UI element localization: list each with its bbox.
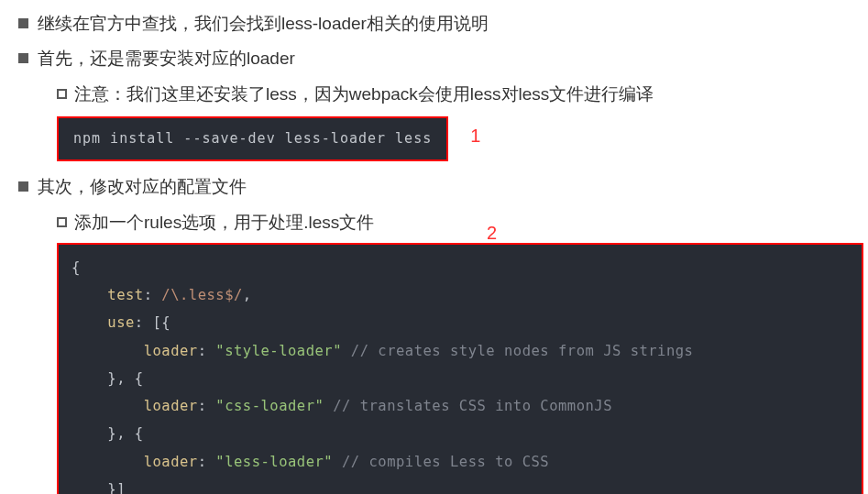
code-token: "style-loader" bbox=[215, 343, 342, 359]
bullet-item-2: 首先，还是需要安装对应的loader bbox=[18, 44, 850, 73]
code-token: }, { bbox=[107, 425, 143, 442]
bullet-text-1: 继续在官方中查找，我们会找到less-loader相关的使用说明 bbox=[38, 9, 489, 38]
code-token: "less-loader" bbox=[215, 454, 333, 470]
code-token: : bbox=[135, 314, 144, 331]
bullet-item-3: 其次，修改对应的配置文件 bbox=[18, 172, 850, 202]
code-token: // translates CSS into CommonJS bbox=[333, 398, 612, 414]
code-token: , bbox=[243, 287, 252, 303]
bullet-item-1: 继续在官方中查找，我们会找到less-loader相关的使用说明 bbox=[18, 9, 850, 38]
square-bullet-icon bbox=[18, 181, 28, 192]
code-token: { bbox=[71, 259, 81, 276]
hollow-square-bullet-icon bbox=[57, 89, 67, 99]
annotation-label-1: 1 bbox=[470, 120, 480, 151]
code-token: : bbox=[198, 398, 207, 414]
code-token: loader bbox=[144, 454, 198, 470]
code-token: }, { bbox=[107, 370, 143, 387]
bullet-text-3: 其次，修改对应的配置文件 bbox=[38, 172, 247, 202]
code-token: "css-loader" bbox=[215, 398, 324, 414]
sub-bullet-text-2a: 注意：我们这里还安装了less，因为webpack会使用less对less文件进… bbox=[74, 80, 654, 109]
annotation-label-2: 2 bbox=[487, 217, 497, 248]
bullet-text-2: 首先，还是需要安装对应的loader bbox=[38, 44, 295, 73]
code-token: test bbox=[107, 287, 143, 303]
code-token: : bbox=[198, 454, 207, 470]
code-block-1-wrapper: npm install --save-dev less-loader less … bbox=[57, 116, 850, 162]
code-token: : bbox=[198, 343, 207, 359]
code-token: use bbox=[107, 314, 135, 331]
code-token: /\.less$/ bbox=[161, 287, 243, 303]
square-bullet-icon bbox=[18, 18, 28, 28]
code-token: : bbox=[144, 287, 153, 303]
sub-bullet-item-3a: 添加一个rules选项，用于处理.less文件 bbox=[57, 208, 850, 237]
hollow-square-bullet-icon bbox=[57, 217, 67, 227]
code-token: loader bbox=[144, 398, 198, 414]
code-block-config: { test: /\.less$/, use: [{ loader: "styl… bbox=[57, 243, 863, 494]
code-token: // creates style nodes from JS strings bbox=[351, 343, 694, 359]
sub-bullet-text-3a: 添加一个rules选项，用于处理.less文件 bbox=[74, 208, 374, 237]
code-token: }] bbox=[107, 481, 126, 494]
code-token: loader bbox=[144, 343, 198, 359]
code-token: // compiles Less to CSS bbox=[342, 454, 549, 470]
code-block-install: npm install --save-dev less-loader less bbox=[57, 116, 448, 162]
code-token: [{ bbox=[153, 314, 171, 331]
code-block-2-container: 2 { test: /\.less$/, use: [{ loader: "st… bbox=[57, 243, 850, 494]
square-bullet-icon bbox=[18, 53, 28, 63]
sub-bullet-item-2a: 注意：我们这里还安装了less，因为webpack会使用less对less文件进… bbox=[57, 80, 850, 109]
